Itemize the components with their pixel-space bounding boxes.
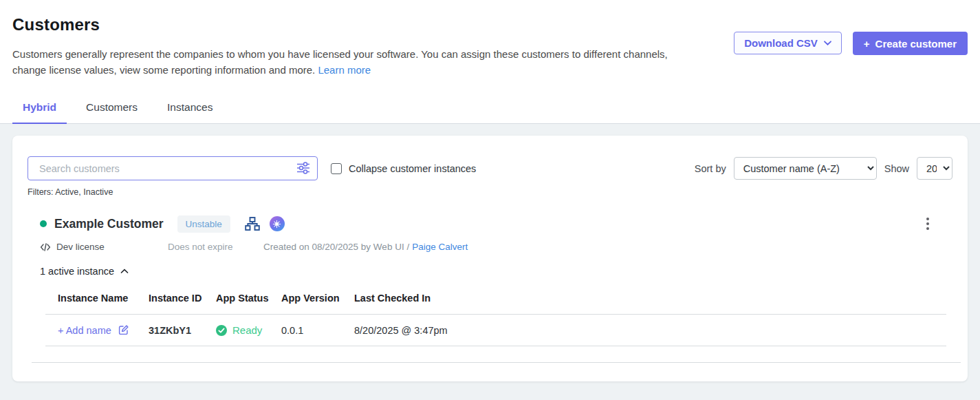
customer-meta-row: Dev license Does not expire Created on 0… <box>40 242 952 252</box>
col-header-instance-id: Instance ID <box>149 293 216 304</box>
last-checked-in-value: 8/20/2025 @ 3:47pm <box>354 325 946 336</box>
header-actions: Download CSV + Create customer <box>734 32 968 55</box>
toolbar: Collapse customer instances Sort by Cust… <box>28 156 952 180</box>
tab-hybrid[interactable]: Hybrid <box>12 101 67 125</box>
instances-toggle[interactable]: 1 active instance <box>40 266 952 277</box>
header-text-block: Customers Customers generally represent … <box>12 15 676 78</box>
show-count-select[interactable]: 20 <box>917 157 952 180</box>
sort-controls: Sort by Customer name (A-Z) Show 20 <box>695 157 952 180</box>
create-customer-label: Create customer <box>875 38 957 50</box>
license-type: Dev license <box>40 242 168 252</box>
instances-table: Instance Name Instance ID App Status App… <box>45 293 946 346</box>
page-description: Customers generally represent the compan… <box>12 46 676 78</box>
customer-block: Example Customer Unstable <box>28 215 952 363</box>
collapse-instances-checkbox[interactable] <box>331 163 342 174</box>
download-csv-button[interactable]: Download CSV <box>734 32 842 54</box>
instances-summary-label: 1 active instance <box>40 266 114 277</box>
show-label: Show <box>884 163 909 174</box>
app-status-label: Ready <box>232 324 262 336</box>
add-name-button[interactable]: + Add name <box>58 324 149 336</box>
channel-badge: Unstable <box>177 215 230 233</box>
page-title: Customers <box>12 15 676 34</box>
tab-customers[interactable]: Customers <box>76 101 148 125</box>
customer-menu-kebab-icon[interactable] <box>924 215 932 233</box>
add-name-label: + Add name <box>58 325 111 336</box>
learn-more-link[interactable]: Learn more <box>318 64 371 76</box>
active-status-dot <box>40 220 47 227</box>
customer-header-row: Example Customer Unstable <box>40 215 952 233</box>
check-circle-icon <box>216 325 227 336</box>
code-icon <box>40 242 51 252</box>
customer-name-link[interactable]: Example Customer <box>54 217 164 231</box>
license-type-label: Dev license <box>56 242 105 252</box>
instance-id-value: 31ZKbY1 <box>149 325 216 336</box>
col-header-last-checked-in: Last Checked In <box>354 293 946 304</box>
app-status-value: Ready <box>216 324 281 336</box>
instance-row: + Add name 31ZKbY1 <box>45 315 946 346</box>
customers-card: Collapse customer instances Sort by Cust… <box>12 136 968 381</box>
collapse-instances-label: Collapse customer instances <box>349 163 476 174</box>
created-info: Created on 08/20/2025 by Web UI /Paige C… <box>263 242 468 252</box>
instances-table-header: Instance Name Instance ID App Status App… <box>45 293 946 315</box>
kubernetes-icon <box>270 216 285 231</box>
plus-icon: + <box>864 38 870 50</box>
filter-sliders-icon[interactable] <box>296 162 310 174</box>
edit-pencil-icon <box>118 324 129 336</box>
create-customer-button[interactable]: + Create customer <box>853 32 968 55</box>
tab-bar: Hybrid Customers Instances <box>0 101 980 124</box>
created-by-link[interactable]: Paige Calvert <box>412 242 468 252</box>
sitemap-icon <box>244 215 261 232</box>
license-expiration: Does not expire <box>168 242 263 252</box>
customer-block-divider <box>32 362 961 363</box>
search-input[interactable] <box>28 156 318 180</box>
search-wrap <box>28 156 318 180</box>
sort-select[interactable]: Customer name (A-Z) <box>734 157 877 180</box>
chevron-down-icon <box>824 41 831 45</box>
col-header-app-version: App Version <box>281 293 354 304</box>
chevron-up-icon <box>120 269 129 274</box>
col-header-app-status: App Status <box>216 293 281 304</box>
sort-by-label: Sort by <box>695 163 726 174</box>
col-header-instance-name: Instance Name <box>58 293 149 304</box>
download-csv-label: Download CSV <box>744 37 818 49</box>
created-info-text: Created on 08/20/2025 by Web UI / <box>263 242 409 252</box>
active-filters-note: Filters: Active, Inactive <box>28 187 952 197</box>
app-version-value: 0.0.1 <box>281 325 354 336</box>
tab-instances[interactable]: Instances <box>157 101 223 125</box>
page-header: Customers Customers generally represent … <box>0 0 980 78</box>
collapse-instances-control[interactable]: Collapse customer instances <box>331 163 476 174</box>
content-area: Collapse customer instances Sort by Cust… <box>0 124 980 400</box>
